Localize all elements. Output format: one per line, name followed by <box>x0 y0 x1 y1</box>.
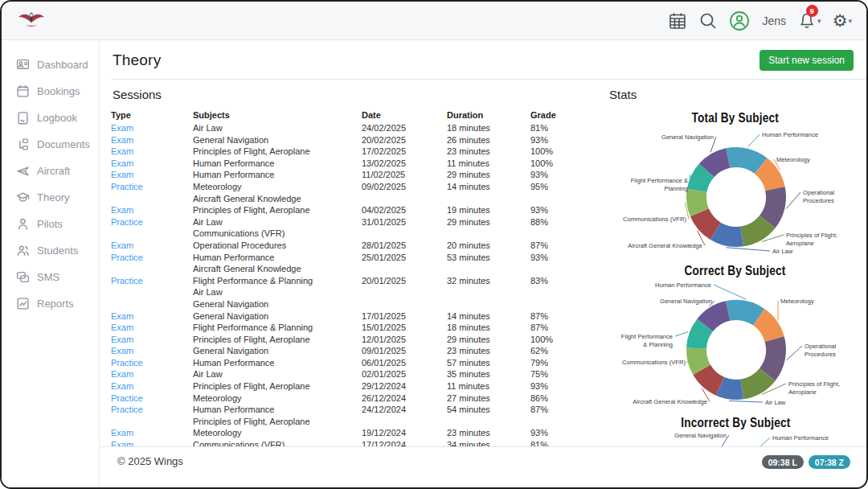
page-title: Theory <box>113 51 161 69</box>
sidebar-item-pilots[interactable]: Pilots <box>2 211 99 237</box>
notifications-button[interactable]: 9 ▾ <box>797 11 821 31</box>
session-duration: 18 minutes <box>447 122 530 134</box>
session-type-link[interactable]: Exam <box>111 170 133 179</box>
table-row[interactable]: ExamPrinciples of Flight, Aeroplane29/12… <box>111 380 601 392</box>
sessions-table-body: ExamAir Law24/02/202518 minutes81%ExamGe… <box>111 122 601 446</box>
table-row[interactable]: PracticeHuman PerformanceAircraft Genera… <box>111 252 601 275</box>
table-row[interactable]: PracticeMeteorology26/12/202427 minutes8… <box>111 392 601 405</box>
session-type-link[interactable]: Practice <box>111 182 143 191</box>
chart-label: Meteorology <box>780 298 814 305</box>
session-type-link[interactable]: Exam <box>111 158 133 168</box>
session-grade: 100% <box>530 146 601 158</box>
wings-logo[interactable] <box>16 9 47 33</box>
avatar-icon[interactable] <box>729 10 750 31</box>
session-type-link[interactable]: Exam <box>111 369 133 379</box>
session-type-link[interactable]: Practice <box>111 253 143 262</box>
copyright-text: © 2025 Wings <box>117 455 183 467</box>
session-date: 13/02/2025 <box>362 158 447 170</box>
session-subjects: Flight Performance & PlanningAir LawGene… <box>193 275 362 310</box>
sidebar-item-aircraft[interactable]: Aircraft <box>2 158 99 184</box>
pilots-icon <box>16 217 30 231</box>
session-type-link[interactable]: Exam <box>111 146 133 156</box>
sidebar-item-label: Dashboard <box>37 59 88 71</box>
search-icon[interactable] <box>698 11 718 31</box>
session-date: 25/01/2025 <box>362 252 447 275</box>
sidebar: DashboardBookingsLogbookDocumentsAircraf… <box>2 40 100 487</box>
table-row[interactable]: ExamHuman Performance13/02/202511 minute… <box>111 158 601 170</box>
table-row[interactable]: ExamHuman Performance11/02/202529 minute… <box>111 169 601 181</box>
session-subjects: Principles of Flight, Aeroplane <box>193 334 362 346</box>
table-row[interactable]: ExamGeneral Navigation17/01/202514 minut… <box>111 310 601 323</box>
chart-label: Principles of Flight,Aeroplane <box>786 232 837 247</box>
session-type-link[interactable]: Exam <box>111 123 133 133</box>
session-type-link[interactable]: Exam <box>111 311 133 321</box>
session-date: 06/01/2025 <box>362 357 447 369</box>
session-type-link[interactable]: Practice <box>111 217 143 227</box>
chevron-down-icon: ▾ <box>848 17 852 25</box>
table-row[interactable]: ExamPrinciples of Flight, Aeroplane04/02… <box>111 204 601 216</box>
start-new-session-button[interactable]: Start new session <box>760 50 854 71</box>
table-row[interactable]: ExamGeneral Navigation20/02/202526 minut… <box>111 134 601 146</box>
session-date: 17/12/2024 <box>362 439 447 446</box>
user-name: Jens <box>763 14 787 27</box>
table-row[interactable]: ExamGeneral Navigation09/01/202523 minut… <box>111 345 601 357</box>
stats-heading: Stats <box>609 88 866 101</box>
theory-icon <box>16 191 30 204</box>
table-row[interactable]: ExamMeteorology19/12/202423 minutes93% <box>111 427 601 439</box>
sidebar-item-logbook[interactable]: Logbook <box>2 105 99 131</box>
stats-section: Stats Total By SubjectHuman PerformanceM… <box>608 80 866 446</box>
session-type-link[interactable]: Exam <box>111 205 133 215</box>
table-row[interactable]: ExamPrinciples of Flight, Aeroplane17/02… <box>111 146 601 158</box>
sidebar-item-documents[interactable]: Documents <box>2 131 99 158</box>
session-type-link[interactable]: Exam <box>111 335 133 344</box>
session-grade: 62% <box>530 345 601 357</box>
table-row[interactable]: PracticeAir LawCommunications (VFR)31/01… <box>111 216 601 240</box>
table-row[interactable]: ExamAir Law02/01/202535 minutes75% <box>111 368 601 380</box>
session-date: 17/01/2025 <box>362 310 447 323</box>
session-subjects: General Navigation <box>193 134 362 146</box>
sidebar-item-bookings[interactable]: Bookings <box>2 78 99 105</box>
table-row[interactable]: PracticeHuman Performance06/01/202557 mi… <box>111 357 601 369</box>
session-subjects: Communications (VFR) <box>193 439 362 446</box>
logbook-icon <box>16 111 30 125</box>
session-type-link[interactable]: Practice <box>111 276 143 286</box>
chart-label: Air Law <box>765 399 786 406</box>
table-row[interactable]: ExamAir Law24/02/202518 minutes81% <box>111 122 601 134</box>
session-date: 02/01/2025 <box>362 368 447 380</box>
session-grade: 81% <box>530 122 601 134</box>
session-type-link[interactable]: Exam <box>111 323 133 332</box>
sidebar-item-reports[interactable]: Reports <box>2 290 99 317</box>
table-row[interactable]: PracticeMeteorologyAircraft General Know… <box>111 181 601 204</box>
session-type-link[interactable]: Exam <box>111 440 133 446</box>
session-type-link[interactable]: Practice <box>111 358 143 368</box>
table-row[interactable]: ExamCommunications (VFR)17/12/202434 min… <box>111 439 601 446</box>
sidebar-item-students[interactable]: Students <box>2 237 99 264</box>
session-duration: 29 minutes <box>447 334 530 346</box>
sidebar-item-sms[interactable]: SMS <box>2 264 99 290</box>
sidebar-item-theory[interactable]: Theory <box>2 184 99 211</box>
session-type-link[interactable]: Exam <box>111 135 133 145</box>
session-type-link[interactable]: Exam <box>111 381 133 391</box>
session-type-link[interactable]: Practice <box>111 393 143 403</box>
session-date: 20/02/2025 <box>362 134 447 146</box>
session-duration: 26 minutes <box>447 134 530 146</box>
sidebar-item-dashboard[interactable]: Dashboard <box>2 51 99 78</box>
table-row[interactable]: ExamPrinciples of Flight, Aeroplane12/01… <box>111 334 601 346</box>
session-type-link[interactable]: Practice <box>111 405 143 414</box>
session-type-link[interactable]: Exam <box>111 346 133 355</box>
calendar-icon[interactable] <box>668 11 687 31</box>
donut-chart-1: Correct By SubjectHuman PerformanceMeteo… <box>608 261 863 414</box>
settings-button[interactable]: ⚙ ▾ <box>833 12 852 29</box>
session-date: 09/01/2025 <box>362 345 447 357</box>
table-row[interactable]: ExamFlight Performance & Planning15/01/2… <box>111 322 601 334</box>
table-row[interactable]: ExamOperational Procedures28/01/202520 m… <box>111 240 601 252</box>
table-row[interactable]: PracticeFlight Performance & PlanningAir… <box>111 275 601 310</box>
aircraft-icon <box>16 164 30 178</box>
sessions-section: Sessions TypeSubjectsDateDurationGrade E… <box>111 80 608 446</box>
main-content: Theory Start new session Sessions TypeSu… <box>100 40 866 446</box>
session-date: 20/01/2025 <box>362 275 447 310</box>
session-duration: 18 minutes <box>447 322 530 334</box>
session-type-link[interactable]: Exam <box>111 240 133 250</box>
session-type-link[interactable]: Exam <box>111 428 133 438</box>
table-row[interactable]: PracticeHuman PerformancePrinciples of F… <box>111 404 601 427</box>
